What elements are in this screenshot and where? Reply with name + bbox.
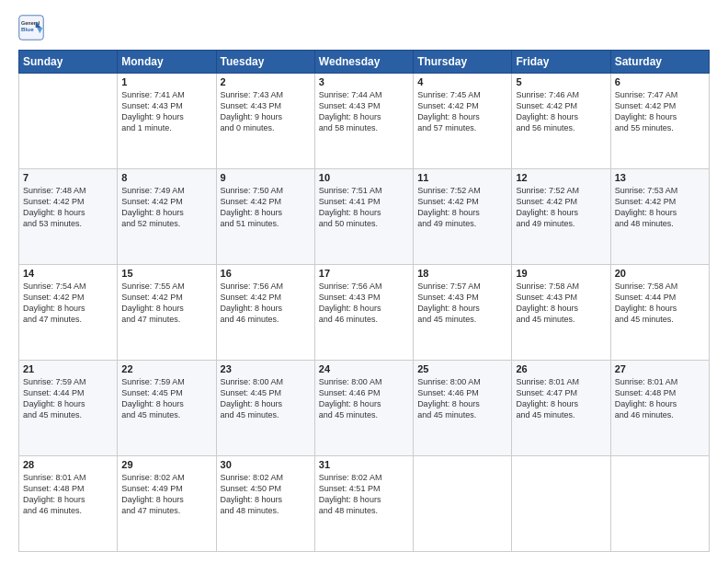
cell-info: Sunrise: 7:45 AM Sunset: 4:42 PM Dayligh… bbox=[417, 89, 507, 134]
cell-info: Sunrise: 7:51 AM Sunset: 4:41 PM Dayligh… bbox=[319, 185, 409, 230]
cell-info: Sunrise: 7:44 AM Sunset: 4:43 PM Dayligh… bbox=[319, 89, 409, 134]
calendar-cell: 4Sunrise: 7:45 AM Sunset: 4:42 PM Daylig… bbox=[414, 74, 512, 169]
col-header-saturday: Saturday bbox=[610, 51, 709, 74]
calendar-cell: 18Sunrise: 7:57 AM Sunset: 4:43 PM Dayli… bbox=[414, 265, 512, 361]
cell-info: Sunrise: 7:59 AM Sunset: 4:45 PM Dayligh… bbox=[121, 376, 211, 421]
cell-info: Sunrise: 7:48 AM Sunset: 4:42 PM Dayligh… bbox=[23, 185, 113, 230]
page: General Blue SundayMondayTuesdayWednesda… bbox=[0, 0, 728, 563]
col-header-tuesday: Tuesday bbox=[216, 51, 314, 74]
calendar-cell: 20Sunrise: 7:58 AM Sunset: 4:44 PM Dayli… bbox=[610, 265, 709, 361]
day-number: 29 bbox=[121, 459, 211, 470]
cell-info: Sunrise: 7:43 AM Sunset: 4:43 PM Dayligh… bbox=[221, 89, 311, 134]
day-number: 31 bbox=[319, 459, 409, 470]
calendar-cell: 13Sunrise: 7:53 AM Sunset: 4:42 PM Dayli… bbox=[610, 169, 709, 265]
cell-info: Sunrise: 7:49 AM Sunset: 4:42 PM Dayligh… bbox=[121, 185, 211, 230]
calendar-cell: 23Sunrise: 8:00 AM Sunset: 4:45 PM Dayli… bbox=[216, 361, 314, 456]
cell-info: Sunrise: 7:56 AM Sunset: 4:43 PM Dayligh… bbox=[319, 281, 409, 326]
calendar-cell: 10Sunrise: 7:51 AM Sunset: 4:41 PM Dayli… bbox=[314, 169, 413, 265]
day-number: 6 bbox=[615, 76, 705, 87]
cell-info: Sunrise: 7:47 AM Sunset: 4:42 PM Dayligh… bbox=[615, 89, 705, 134]
cell-info: Sunrise: 7:58 AM Sunset: 4:43 PM Dayligh… bbox=[516, 281, 606, 326]
day-number: 21 bbox=[23, 363, 113, 374]
day-number: 10 bbox=[319, 172, 409, 183]
calendar-cell: 15Sunrise: 7:55 AM Sunset: 4:42 PM Dayli… bbox=[118, 265, 216, 361]
calendar-cell: 28Sunrise: 8:01 AM Sunset: 4:48 PM Dayli… bbox=[19, 456, 118, 552]
cell-info: Sunrise: 7:57 AM Sunset: 4:43 PM Dayligh… bbox=[417, 281, 507, 326]
day-number: 25 bbox=[417, 363, 507, 374]
cell-info: Sunrise: 8:00 AM Sunset: 4:45 PM Dayligh… bbox=[221, 376, 311, 421]
calendar-cell: 2Sunrise: 7:43 AM Sunset: 4:43 PM Daylig… bbox=[216, 74, 314, 169]
cell-info: Sunrise: 7:56 AM Sunset: 4:42 PM Dayligh… bbox=[221, 281, 311, 326]
calendar-cell: 16Sunrise: 7:56 AM Sunset: 4:42 PM Dayli… bbox=[216, 265, 314, 361]
calendar-cell: 30Sunrise: 8:02 AM Sunset: 4:50 PM Dayli… bbox=[216, 456, 314, 552]
calendar-cell: 26Sunrise: 8:01 AM Sunset: 4:47 PM Dayli… bbox=[512, 361, 610, 456]
week-row-2: 7Sunrise: 7:48 AM Sunset: 4:42 PM Daylig… bbox=[19, 169, 710, 265]
header: General Blue bbox=[18, 15, 710, 40]
cell-info: Sunrise: 7:52 AM Sunset: 4:42 PM Dayligh… bbox=[516, 185, 606, 230]
day-number: 12 bbox=[516, 172, 606, 183]
cell-info: Sunrise: 7:41 AM Sunset: 4:43 PM Dayligh… bbox=[121, 89, 211, 134]
calendar-table: SundayMondayTuesdayWednesdayThursdayFrid… bbox=[18, 50, 710, 552]
week-row-4: 21Sunrise: 7:59 AM Sunset: 4:44 PM Dayli… bbox=[19, 361, 710, 456]
calendar-cell: 9Sunrise: 7:50 AM Sunset: 4:42 PM Daylig… bbox=[216, 169, 314, 265]
day-number: 15 bbox=[121, 268, 211, 279]
cell-info: Sunrise: 8:00 AM Sunset: 4:46 PM Dayligh… bbox=[319, 376, 409, 421]
calendar-cell: 22Sunrise: 7:59 AM Sunset: 4:45 PM Dayli… bbox=[118, 361, 216, 456]
cell-info: Sunrise: 8:00 AM Sunset: 4:46 PM Dayligh… bbox=[417, 376, 507, 421]
cell-info: Sunrise: 8:01 AM Sunset: 4:47 PM Dayligh… bbox=[516, 376, 606, 421]
calendar-cell: 17Sunrise: 7:56 AM Sunset: 4:43 PM Dayli… bbox=[314, 265, 413, 361]
svg-text:Blue: Blue bbox=[21, 26, 34, 32]
day-number: 8 bbox=[121, 172, 211, 183]
calendar-cell: 6Sunrise: 7:47 AM Sunset: 4:42 PM Daylig… bbox=[610, 74, 709, 169]
day-number: 19 bbox=[516, 268, 606, 279]
day-number: 23 bbox=[221, 363, 311, 374]
cell-info: Sunrise: 7:55 AM Sunset: 4:42 PM Dayligh… bbox=[121, 281, 211, 326]
day-number: 30 bbox=[221, 459, 311, 470]
day-number: 20 bbox=[615, 268, 705, 279]
day-number: 24 bbox=[319, 363, 409, 374]
calendar-cell: 24Sunrise: 8:00 AM Sunset: 4:46 PM Dayli… bbox=[314, 361, 413, 456]
col-header-thursday: Thursday bbox=[414, 51, 512, 74]
calendar-header: SundayMondayTuesdayWednesdayThursdayFrid… bbox=[19, 51, 710, 74]
day-number: 16 bbox=[221, 268, 311, 279]
cell-info: Sunrise: 8:02 AM Sunset: 4:51 PM Dayligh… bbox=[319, 472, 409, 517]
day-number: 22 bbox=[121, 363, 211, 374]
calendar-cell: 21Sunrise: 7:59 AM Sunset: 4:44 PM Dayli… bbox=[19, 361, 118, 456]
header-row: SundayMondayTuesdayWednesdayThursdayFrid… bbox=[19, 51, 710, 74]
cell-info: Sunrise: 7:46 AM Sunset: 4:42 PM Dayligh… bbox=[516, 89, 606, 134]
cell-info: Sunrise: 8:02 AM Sunset: 4:50 PM Dayligh… bbox=[221, 472, 311, 517]
calendar-cell: 5Sunrise: 7:46 AM Sunset: 4:42 PM Daylig… bbox=[512, 74, 610, 169]
week-row-3: 14Sunrise: 7:54 AM Sunset: 4:42 PM Dayli… bbox=[19, 265, 710, 361]
day-number: 28 bbox=[23, 459, 113, 470]
day-number: 2 bbox=[221, 76, 311, 87]
calendar-cell: 8Sunrise: 7:49 AM Sunset: 4:42 PM Daylig… bbox=[118, 169, 216, 265]
calendar-cell: 3Sunrise: 7:44 AM Sunset: 4:43 PM Daylig… bbox=[314, 74, 413, 169]
cell-info: Sunrise: 8:02 AM Sunset: 4:49 PM Dayligh… bbox=[121, 472, 211, 517]
calendar-cell: 27Sunrise: 8:01 AM Sunset: 4:48 PM Dayli… bbox=[610, 361, 709, 456]
day-number: 3 bbox=[319, 76, 409, 87]
calendar-cell: 11Sunrise: 7:52 AM Sunset: 4:42 PM Dayli… bbox=[414, 169, 512, 265]
calendar-cell: 25Sunrise: 8:00 AM Sunset: 4:46 PM Dayli… bbox=[414, 361, 512, 456]
calendar-cell: 7Sunrise: 7:48 AM Sunset: 4:42 PM Daylig… bbox=[19, 169, 118, 265]
calendar-cell bbox=[512, 456, 610, 552]
day-number: 4 bbox=[417, 76, 507, 87]
day-number: 7 bbox=[23, 172, 113, 183]
calendar-cell: 14Sunrise: 7:54 AM Sunset: 4:42 PM Dayli… bbox=[19, 265, 118, 361]
calendar-cell: 29Sunrise: 8:02 AM Sunset: 4:49 PM Dayli… bbox=[118, 456, 216, 552]
day-number: 27 bbox=[615, 363, 705, 374]
week-row-1: 1Sunrise: 7:41 AM Sunset: 4:43 PM Daylig… bbox=[19, 74, 710, 169]
cell-info: Sunrise: 8:01 AM Sunset: 4:48 PM Dayligh… bbox=[615, 376, 705, 421]
col-header-monday: Monday bbox=[118, 51, 216, 74]
col-header-friday: Friday bbox=[512, 51, 610, 74]
col-header-wednesday: Wednesday bbox=[314, 51, 413, 74]
cell-info: Sunrise: 8:01 AM Sunset: 4:48 PM Dayligh… bbox=[23, 472, 113, 517]
calendar-cell bbox=[610, 456, 709, 552]
day-number: 13 bbox=[615, 172, 705, 183]
calendar-cell: 31Sunrise: 8:02 AM Sunset: 4:51 PM Dayli… bbox=[314, 456, 413, 552]
calendar-cell bbox=[19, 74, 118, 169]
logo: General Blue bbox=[18, 15, 48, 40]
calendar-body: 1Sunrise: 7:41 AM Sunset: 4:43 PM Daylig… bbox=[19, 74, 710, 552]
calendar-cell: 1Sunrise: 7:41 AM Sunset: 4:43 PM Daylig… bbox=[118, 74, 216, 169]
logo-icon: General Blue bbox=[18, 15, 44, 40]
day-number: 11 bbox=[417, 172, 507, 183]
